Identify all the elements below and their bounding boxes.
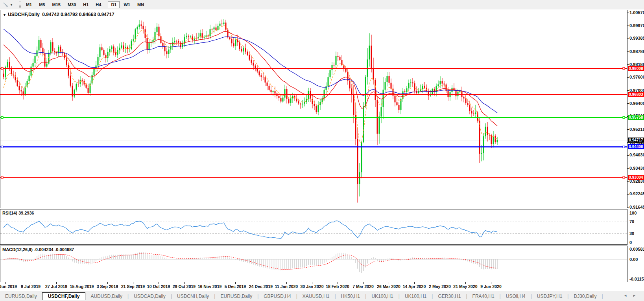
price-axis-label: 0.99385 bbox=[629, 36, 644, 41]
price-axis-tick bbox=[627, 207, 629, 207]
tab-scroll-arrows: ◄► bbox=[624, 294, 642, 297]
price-axis-tick bbox=[627, 26, 629, 26]
price-axis-label: 0.97600 bbox=[629, 75, 644, 80]
chart-tab-dj30-daily[interactable]: DJ30,Daily bbox=[568, 292, 602, 300]
price-axis-label: 0.95215 bbox=[629, 127, 644, 132]
timeframe-button-w1[interactable]: W1 bbox=[120, 1, 133, 8]
chart-tab-audusd-daily[interactable]: AUDUSD,Daily bbox=[85, 292, 127, 300]
time-axis-tick bbox=[210, 282, 210, 284]
macd-scale-label: 0.00 bbox=[629, 257, 638, 262]
chart-title-ohlc: 0.94742 0.94792 0.94663 0.94717 bbox=[42, 12, 114, 17]
chart-tab-eurusd-daily[interactable]: EURUSD,Daily bbox=[0, 292, 42, 300]
timeframe-button-m1[interactable]: M1 bbox=[23, 1, 35, 8]
rsi-scale-label: 30 bbox=[629, 231, 634, 236]
time-axis[interactable]: 20 Jun 20199 Jul 201927 Jul 201915 Aug 2… bbox=[0, 282, 644, 291]
chart-tab-usoil-h4[interactable]: USOil,H4 bbox=[501, 292, 531, 300]
time-axis-tick bbox=[56, 282, 57, 284]
time-axis-tick bbox=[465, 282, 466, 284]
rsi-chart-canvas[interactable] bbox=[0, 209, 627, 244]
chart-tab-ger30-h1[interactable]: GER30,H1 bbox=[433, 292, 466, 300]
tab-separator: | bbox=[602, 294, 603, 299]
timeframe-button-m30[interactable]: M30 bbox=[65, 1, 79, 8]
time-axis-tick bbox=[491, 282, 491, 284]
time-axis-tick bbox=[184, 282, 185, 284]
macd-indicator-panel[interactable]: MACD(12,26,9) -0.004234 -0.004687 bbox=[0, 246, 627, 282]
tabs-scroll-right-icon[interactable]: ► bbox=[633, 294, 642, 297]
time-axis-tick bbox=[159, 282, 159, 284]
time-axis-label: 9 Jun 2020 bbox=[473, 284, 509, 289]
timeframe-button-m5[interactable]: M5 bbox=[36, 1, 48, 8]
trading-platform-window: ▼ M1M5M15M30H1H4D1W1MN ▼USDCHF,Daily 0.9… bbox=[0, 0, 644, 301]
price-level-badge: 0.94408 bbox=[628, 144, 644, 149]
chart-tab-fra40-h1[interactable]: FRA40,H1 bbox=[467, 292, 500, 300]
time-axis-tick bbox=[133, 282, 133, 284]
chart-title-symbol: USDCHF,Daily bbox=[8, 12, 40, 17]
price-axis-tick bbox=[627, 13, 629, 13]
price-level-badge: 0.98008 bbox=[628, 66, 644, 71]
time-axis-tick bbox=[286, 282, 287, 284]
crosshair-cursor-icon[interactable] bbox=[2, 1, 9, 8]
price-axis-label: 0.92245 bbox=[629, 191, 644, 196]
timeframe-button-h1[interactable]: H1 bbox=[80, 1, 92, 8]
time-axis-tick bbox=[5, 282, 6, 284]
chart-tab-usdcnh-daily[interactable]: USDCNH,Daily bbox=[172, 292, 214, 300]
main-chart-panel[interactable]: ▼USDCHF,Daily 0.94742 0.94792 0.94663 0.… bbox=[0, 10, 627, 208]
macd-scale-label: -0.011514 bbox=[629, 277, 644, 282]
time-axis-tick bbox=[235, 282, 236, 284]
time-axis-tick bbox=[261, 282, 261, 284]
toolbar-separator bbox=[16, 1, 16, 8]
time-axis-tick bbox=[440, 282, 440, 284]
symbol-dropdown-caret-icon[interactable]: ▼ bbox=[3, 13, 6, 17]
toolbar-separator bbox=[149, 1, 149, 8]
rsi-scale-label: 100 bbox=[629, 211, 637, 216]
chart-toolbar: ▼ M1M5M15M30H1H4D1W1MN bbox=[0, 0, 644, 9]
chart-tab-usdchf-daily[interactable]: USDCHF,Daily bbox=[42, 292, 86, 300]
price-level-badge: 0.96803 bbox=[628, 92, 644, 97]
rsi-label: RSI(14) 39.2936 bbox=[2, 211, 34, 215]
price-axis-label: 0.91645 bbox=[629, 205, 644, 210]
timeframe-button-group: M1M5M15M30H1H4D1W1MN bbox=[22, 1, 150, 8]
price-axis-tick bbox=[627, 168, 629, 169]
price-axis-label: 0.96400 bbox=[629, 101, 644, 106]
price-level-badge: 0.93004 bbox=[628, 175, 644, 180]
chart-tab-uk100-h1[interactable]: UK100,H1 bbox=[366, 292, 398, 300]
price-axis-tick bbox=[627, 181, 629, 182]
price-axis-tick bbox=[627, 103, 629, 104]
timeframe-button-m15[interactable]: M15 bbox=[49, 1, 63, 8]
chart-tab-xauusd-h1[interactable]: XAUUSD,H1 bbox=[297, 292, 335, 300]
candlestick-chart-canvas[interactable] bbox=[0, 10, 627, 208]
price-axis-tick bbox=[627, 64, 629, 65]
macd-scale-label: 0.005818 bbox=[629, 247, 644, 252]
price-axis-tick bbox=[627, 39, 629, 39]
price-axis-label: 0.99970 bbox=[629, 23, 644, 28]
price-axis-tick bbox=[627, 77, 629, 78]
chart-tab-usdjpy-h1[interactable]: USDJPY,H1 bbox=[532, 292, 567, 300]
time-axis-tick bbox=[107, 282, 108, 284]
price-level-badge: 0.95758 bbox=[628, 115, 644, 120]
chart-tab-bar: EURUSD,DailyUSDCHF,DailyAUDUSD,Daily|USD… bbox=[0, 291, 644, 301]
chart-tab-uk100-h1[interactable]: UK100,H1 bbox=[400, 292, 432, 300]
price-axis-label: 0.93430 bbox=[629, 166, 644, 171]
chart-tab-gbpusd-h4[interactable]: GBPUSD,H4 bbox=[258, 292, 296, 300]
toolbar-separator bbox=[106, 1, 106, 8]
time-axis-tick bbox=[82, 282, 82, 284]
time-axis-tick bbox=[338, 282, 338, 284]
toolbar-grip-handle[interactable] bbox=[19, 2, 21, 8]
chart-tab-usdcad-daily[interactable]: USDCAD,Daily bbox=[129, 292, 171, 300]
tool-dropdown-caret-icon[interactable]: ▼ bbox=[10, 3, 13, 7]
rsi-scale-label: 70 bbox=[629, 219, 634, 224]
price-axis[interactable]: 1.005700.999700.993850.987850.981850.976… bbox=[627, 10, 644, 282]
time-axis-tick bbox=[31, 282, 31, 284]
price-axis-tick bbox=[627, 155, 629, 156]
rsi-indicator-panel[interactable]: RSI(14) 39.2936 bbox=[0, 209, 627, 245]
price-axis-label: 1.00570 bbox=[629, 10, 644, 15]
tabs-scroll-left-icon[interactable]: ◄ bbox=[624, 294, 633, 297]
timeframe-button-d1[interactable]: D1 bbox=[108, 1, 120, 8]
chart-tab-hk50-h1[interactable]: HK50,H1 bbox=[336, 292, 365, 300]
chart-tab-eurusd-daily[interactable]: EURUSD,Daily bbox=[215, 292, 257, 300]
price-level-badge: 0.94717 bbox=[628, 138, 644, 143]
timeframe-button-h4[interactable]: H4 bbox=[92, 1, 104, 8]
time-axis-tick bbox=[389, 282, 389, 284]
timeframe-button-mn[interactable]: MN bbox=[134, 1, 147, 8]
macd-chart-canvas[interactable] bbox=[0, 246, 627, 282]
